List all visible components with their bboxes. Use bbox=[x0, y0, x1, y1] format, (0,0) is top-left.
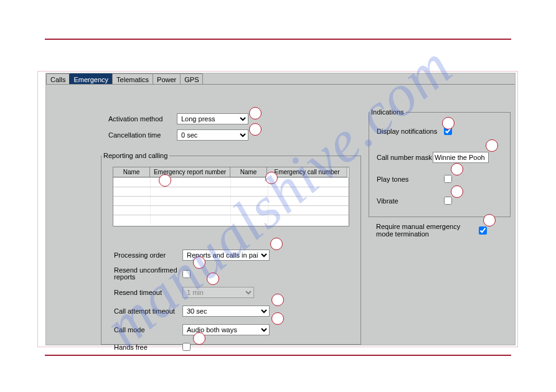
annotation-circle bbox=[249, 107, 262, 119]
display-notifications-label: Display notifications bbox=[377, 128, 444, 135]
processing-order-select[interactable]: Reports and calls in pairs bbox=[182, 250, 270, 261]
processing-order-label: Processing order bbox=[114, 251, 182, 259]
reporting-table-body[interactable] bbox=[113, 177, 349, 226]
vibrate-checkbox[interactable] bbox=[444, 197, 452, 205]
cancellation-time-label: Cancellation time bbox=[108, 131, 177, 139]
play-tones-checkbox[interactable] bbox=[444, 175, 452, 183]
annotation-circle bbox=[249, 123, 262, 136]
tab-calls[interactable]: Calls bbox=[46, 73, 70, 84]
col-report-number[interactable]: Emergency report number bbox=[149, 167, 230, 177]
col-name-2[interactable]: Name bbox=[230, 167, 267, 177]
require-manual-checkbox[interactable] bbox=[479, 226, 487, 235]
reporting-table-header: Name Emergency report number Name Emerge… bbox=[113, 167, 349, 177]
settings-panel: Calls Emergency Telematics Power GPS Act… bbox=[45, 73, 516, 345]
display-notifications-checkbox[interactable] bbox=[444, 127, 452, 135]
table-row bbox=[113, 196, 349, 205]
call-attempt-timeout-label: Call attempt timeout bbox=[114, 307, 182, 315]
tab-telematics[interactable]: Telematics bbox=[112, 73, 153, 84]
reporting-table[interactable]: Name Emergency report number Name Emerge… bbox=[113, 167, 349, 226]
hands-free-label: Hands free bbox=[114, 343, 182, 351]
table-row bbox=[113, 205, 349, 215]
resend-timeout-select: 1 min bbox=[182, 287, 254, 298]
call-number-mask-label: Call number mask bbox=[377, 154, 433, 161]
col-call-number[interactable]: Emergency call number bbox=[266, 167, 347, 177]
call-number-mask-input[interactable] bbox=[433, 152, 489, 163]
vibrate-label: Vibrate bbox=[377, 197, 444, 205]
cancellation-time-select[interactable]: 0 sec bbox=[177, 129, 248, 141]
activation-method-select[interactable]: Long press bbox=[177, 113, 248, 124]
table-row bbox=[113, 187, 349, 196]
call-mode-label: Call mode bbox=[114, 326, 182, 334]
hands-free-checkbox[interactable] bbox=[182, 343, 191, 351]
table-row bbox=[113, 215, 349, 224]
tab-power[interactable]: Power bbox=[153, 73, 181, 84]
tabstrip: Calls Emergency Telematics Power GPS bbox=[46, 73, 515, 85]
reporting-fieldset: Reporting and calling Name Emergency rep… bbox=[101, 152, 361, 345]
reporting-legend: Reporting and calling bbox=[101, 152, 169, 159]
col-name-1[interactable]: Name bbox=[113, 167, 150, 177]
tab-content: Activation method Long press Cancellatio… bbox=[46, 85, 515, 345]
resend-unconfirmed-label: Resend unconfirmed reports bbox=[114, 267, 182, 281]
call-mode-select[interactable]: Audio both ways bbox=[182, 324, 270, 335]
indications-legend: Indications bbox=[369, 108, 406, 116]
resend-timeout-label: Resend timeout bbox=[114, 289, 182, 296]
require-manual-label: Require manual emergency mode terminatio… bbox=[376, 223, 479, 238]
activation-method-label: Activation method bbox=[108, 115, 177, 123]
bottom-rule bbox=[45, 355, 511, 356]
top-rule bbox=[45, 39, 511, 40]
resend-unconfirmed-checkbox[interactable] bbox=[182, 270, 191, 278]
play-tones-label: Play tones bbox=[377, 175, 444, 183]
tab-gps[interactable]: GPS bbox=[180, 73, 203, 84]
table-row bbox=[113, 177, 349, 187]
indications-fieldset: Indications Display notifications Call n… bbox=[369, 108, 511, 217]
call-attempt-timeout-select[interactable]: 30 sec bbox=[182, 306, 270, 317]
tab-emergency[interactable]: Emergency bbox=[69, 73, 113, 84]
